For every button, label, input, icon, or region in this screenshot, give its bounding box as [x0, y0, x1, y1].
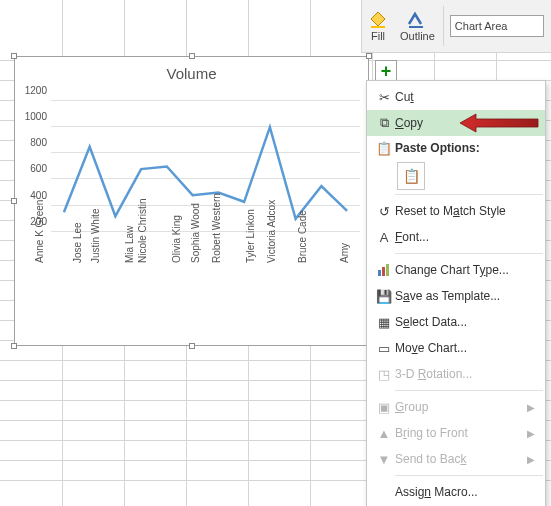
bring-front-icon: ▲ — [373, 426, 395, 441]
font-icon: A — [373, 230, 395, 245]
select-data-icon: ▦ — [373, 315, 395, 330]
menu-label: Assign Macro... — [395, 485, 478, 499]
x-tick: Amy — [337, 243, 350, 263]
x-axis: Anne K GreenJose LeeJustin WhiteMia LawN… — [51, 263, 360, 343]
y-tick: 1200 — [25, 85, 47, 96]
y-tick: 600 — [30, 163, 47, 174]
x-tick: Jose Lee — [69, 222, 82, 263]
menu-send-back: ▼ Send to Back ▶ — [367, 446, 545, 472]
svg-rect-3 — [382, 267, 385, 276]
send-back-icon: ▼ — [373, 452, 395, 467]
x-tick: Victoria Adcox — [264, 200, 277, 263]
submenu-arrow-icon: ▶ — [527, 428, 535, 439]
outline-button[interactable]: Outline — [394, 0, 441, 52]
outline-icon — [407, 10, 427, 28]
menu-separator — [395, 390, 543, 391]
svg-marker-8 — [460, 114, 538, 132]
menu-label: Paste Options: — [395, 141, 480, 155]
menu-move-chart[interactable]: ▭ Move Chart... — [367, 335, 545, 361]
selection-handle[interactable] — [11, 343, 17, 349]
move-chart-icon: ▭ — [373, 341, 395, 356]
chart-type-icon — [373, 263, 395, 277]
menu-label: Bring to Front — [395, 426, 468, 440]
chart-element-dropdown[interactable]: Chart Area — [450, 15, 544, 37]
menu-separator — [395, 475, 543, 476]
menu-label: Move Chart... — [395, 341, 467, 355]
y-tick: 1000 — [25, 111, 47, 122]
fill-label: Fill — [371, 30, 385, 42]
rotation-icon: ◳ — [373, 367, 395, 382]
x-tick: Robert Western — [209, 193, 222, 263]
x-tick: Anne K Green — [32, 200, 45, 263]
menu-label: Font... — [395, 230, 429, 244]
svg-rect-2 — [378, 270, 381, 276]
menu-select-data[interactable]: ▦ Select Data... — [367, 309, 545, 335]
menu-label: Save as Template... — [395, 289, 500, 303]
menu-group: ▣ Group ▶ — [367, 394, 545, 420]
selection-handle[interactable] — [189, 343, 195, 349]
menu-label: Change Chart Type... — [395, 263, 509, 277]
svg-rect-4 — [386, 264, 389, 276]
reset-icon: ↺ — [373, 204, 395, 219]
svg-rect-1 — [409, 26, 423, 28]
menu-label: Reset to Match Style — [395, 204, 506, 218]
menu-assign-macro[interactable]: Assign Macro... — [367, 479, 545, 505]
x-tick: Mia Law — [123, 226, 136, 263]
menu-save-template[interactable]: 💾 Save as Template... — [367, 283, 545, 309]
y-tick: 400 — [30, 189, 47, 200]
cut-icon: ✂ — [373, 90, 395, 105]
menu-label: Send to Back — [395, 452, 466, 466]
save-template-icon: 💾 — [373, 289, 395, 304]
x-tick: Bruce Cade — [295, 210, 308, 263]
svg-rect-0 — [371, 26, 385, 28]
x-tick: Sophia Wood — [188, 203, 201, 263]
selection-handle[interactable] — [189, 53, 195, 59]
selection-handle[interactable] — [11, 53, 17, 59]
add-chart-element-button[interactable]: + — [375, 60, 397, 82]
menu-label: Copy — [395, 116, 423, 130]
selection-handle[interactable] — [366, 53, 372, 59]
copy-icon: ⧉ — [373, 115, 395, 131]
chart-title[interactable]: Volume — [15, 57, 368, 88]
chart-object[interactable]: Volume 200 400 600 800 1000 1200 Anne K … — [14, 56, 369, 346]
menu-label: Group — [395, 400, 428, 414]
x-tick: Olivia King — [169, 215, 182, 263]
menu-cut[interactable]: ✂ Cut — [367, 84, 545, 110]
dropdown-value: Chart Area — [455, 20, 508, 32]
format-toolbar: Fill Outline Chart Area — [361, 0, 551, 53]
callout-arrow — [460, 112, 540, 134]
menu-3d-rotation: ◳ 3-D Rotation... — [367, 361, 545, 387]
submenu-arrow-icon: ▶ — [527, 454, 535, 465]
menu-separator — [395, 194, 543, 195]
paste-options-header: 📋 Paste Options: — [367, 136, 545, 160]
context-menu: ✂ Cut ⧉ Copy 📋 Paste Options: 📋 ↺ Reset … — [366, 80, 546, 506]
menu-label: 3-D Rotation... — [395, 367, 472, 381]
fill-button[interactable]: Fill — [362, 0, 394, 52]
outline-label: Outline — [400, 30, 435, 42]
menu-label: Cut — [395, 90, 414, 104]
menu-bring-front: ▲ Bring to Front ▶ — [367, 420, 545, 446]
paste-icon: 📋 — [373, 141, 395, 156]
submenu-arrow-icon: ▶ — [527, 402, 535, 413]
menu-label: Select Data... — [395, 315, 467, 329]
menu-font[interactable]: A Font... — [367, 224, 545, 250]
group-icon: ▣ — [373, 400, 395, 415]
menu-separator — [395, 253, 543, 254]
x-tick: Nicole Christin — [135, 199, 148, 263]
toolbar-separator — [443, 6, 444, 46]
paste-option-default[interactable]: 📋 — [397, 162, 425, 190]
y-tick: 800 — [30, 137, 47, 148]
menu-change-chart-type[interactable]: Change Chart Type... — [367, 257, 545, 283]
x-tick: Tyler Linkon — [243, 209, 256, 263]
menu-reset-style[interactable]: ↺ Reset to Match Style — [367, 198, 545, 224]
x-tick: Justin White — [88, 209, 101, 263]
fill-icon — [368, 10, 388, 28]
